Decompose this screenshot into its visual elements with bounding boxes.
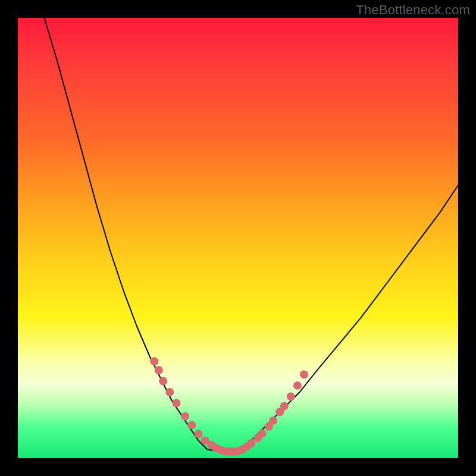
marker-dot	[287, 392, 295, 400]
curve-markers	[150, 357, 308, 456]
marker-dot	[194, 430, 202, 438]
plot-area	[18, 18, 458, 458]
marker-dot	[155, 366, 163, 374]
marker-dot	[280, 402, 289, 411]
marker-dot	[172, 399, 180, 408]
marker-dot	[258, 430, 267, 438]
curve-lines	[44, 18, 458, 452]
watermark-text: TheBottleneck.com	[356, 2, 470, 18]
bottleneck-curve	[44, 18, 458, 452]
marker-dot	[247, 439, 255, 447]
marker-dot	[293, 381, 302, 390]
marker-dot	[181, 412, 189, 421]
curve-svg	[18, 18, 458, 458]
marker-dot	[269, 416, 277, 425]
marker-dot	[165, 388, 174, 396]
marker-dot	[150, 357, 158, 365]
marker-dot	[300, 370, 308, 378]
marker-dot	[187, 421, 196, 430]
marker-dot	[159, 377, 167, 386]
chart-frame: TheBottleneck.com	[0, 0, 476, 476]
